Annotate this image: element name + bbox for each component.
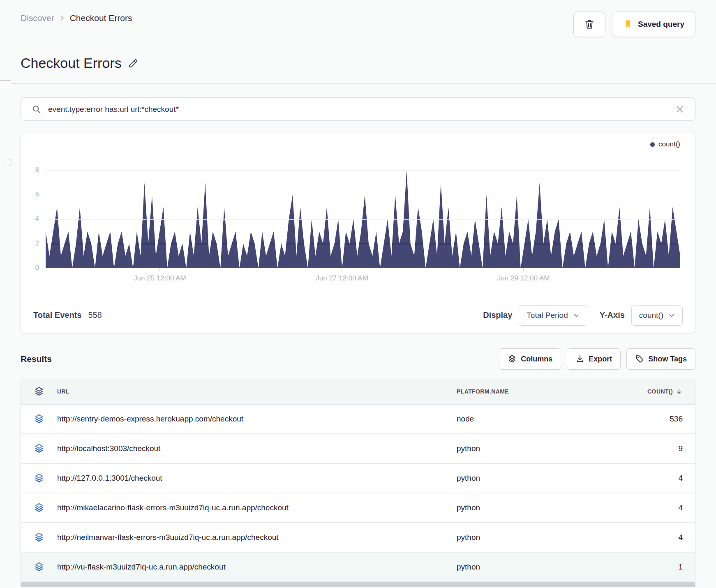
x-axis-tick-label: Jun 25 12:00 AM [134,274,186,282]
columns-button[interactable]: Columns [499,348,561,370]
breadcrumb-discover[interactable]: Discover [21,13,54,23]
export-button[interactable]: Export [567,348,621,370]
y-axis-dropdown-value: count() [639,311,663,320]
y-axis-tick-label: 4 [35,215,39,223]
x-axis-tick-label: Jun 27 12:00 AM [316,274,368,282]
table-row: http://mikaelacarino-flask-errors-m3uuiz… [21,493,695,523]
event-stack-icon[interactable] [34,502,44,513]
area-series [46,150,680,268]
total-events-value: 558 [88,310,102,320]
cell-url: http://127.0.0.1:3001/checkout [57,474,457,483]
table-body: http://sentry-demos-express.herokuapp.co… [21,405,695,582]
column-header-count-label: COUNT() [647,388,673,395]
column-header-url[interactable]: URL [57,388,457,395]
cell-platform: python [457,533,605,542]
tick-mark [342,268,342,271]
table-row: http://sentry-demos-express.herokuapp.co… [21,405,695,434]
table-header-row: URL PLATFORM.NAME COUNT() [21,378,695,405]
column-header-platform[interactable]: PLATFORM.NAME [457,388,605,395]
cell-platform: python [457,444,605,453]
event-stack-icon[interactable] [34,562,44,572]
bookmark-icon [623,19,633,29]
delete-query-button[interactable] [573,12,605,37]
display-label: Display [483,310,512,320]
cell-count: 1 [678,563,695,572]
pencil-icon [127,58,139,69]
y-axis-tick-label: 0 [35,264,39,272]
cell-url: http://vu-flask-m3uuizd7iq-uc.a.run.app/… [57,563,457,572]
tag-icon [635,354,644,363]
chart-panel: count() 02468 Jun 25 12:00 AMJun 27 12:0… [21,132,695,333]
edit-title-button[interactable] [127,58,139,69]
event-stack-icon[interactable] [34,414,44,424]
legend-item-count[interactable]: count() [650,139,680,150]
x-axis-labels: Jun 25 12:00 AMJun 27 12:00 AMJun 29 12:… [46,268,680,289]
page-header: Discover Checkout Errors Saved query [21,0,695,37]
y-axis-tick-label: 2 [35,239,39,248]
stack-icon [508,354,517,363]
table-row: http://localhost:3003/checkout python 9 [21,434,695,464]
cell-url: http://sentry-demos-express.herokuapp.co… [57,414,457,424]
table-bottom-cutoff-band [21,582,695,587]
page-title: Checkout Errors [21,55,122,71]
search-bar: event.type:error has:url url:*checkout* [21,97,695,121]
y-axis-label: Y-Axis [600,310,625,320]
cell-url: http://neilmanvar-flask-errors-m3uuizd7i… [57,533,457,542]
columns-button-label: Columns [521,355,552,363]
saved-query-label: Saved query [638,20,684,29]
show-tags-button-label: Show Tags [648,355,687,363]
events-chart: 02468 [46,150,680,268]
cell-platform: node [457,414,605,424]
legend-label: count() [658,140,680,148]
export-button-label: Export [589,355,612,363]
legend-dot [650,142,655,147]
cell-count: 4 [678,503,695,512]
display-dropdown[interactable]: Total Period [519,305,587,326]
trash-icon [584,19,595,30]
results-table: URL PLATFORM.NAME COUNT() http://sentry-… [21,378,695,587]
x-axis-tick-label: Jun 29 12:00 AM [497,274,550,282]
chevron-down-icon [668,312,675,319]
table-row: http://vu-flask-m3uuizd7iq-uc.a.run.app/… [21,553,695,582]
tick-mark [159,268,160,271]
clear-search-icon[interactable] [675,105,684,114]
chevron-down-icon [573,312,580,319]
cell-platform: python [457,563,605,572]
cell-count: 4 [678,533,695,542]
cell-url: http://localhost:3003/checkout [57,444,457,453]
gridline [46,195,680,195]
cell-platform: python [457,474,605,483]
chart-footer: Total Events 558 Display Total Period Y-… [21,297,695,333]
breadcrumb: Discover Checkout Errors [21,12,132,23]
download-icon [575,354,584,363]
sort-descending-icon [675,388,683,395]
show-tags-button[interactable]: Show Tags [626,348,695,370]
gridline [46,170,680,171]
event-stack-icon[interactable] [34,532,44,543]
search-icon [32,104,42,114]
y-axis-tick-label: 8 [35,166,39,174]
cell-platform: python [457,503,605,512]
y-axis: 02468 [21,150,39,268]
event-stack-icon[interactable] [34,473,44,484]
cell-count: 4 [678,474,695,483]
y-axis-dropdown[interactable]: count() [631,305,683,326]
column-header-count[interactable]: COUNT() [647,388,695,395]
stack-icon [34,386,44,397]
cell-count: 9 [678,444,695,453]
tick-mark [523,268,524,271]
cell-url: http://mikaelacarino-flask-errors-m3uuiz… [57,503,457,512]
event-stack-icon[interactable] [34,443,44,454]
search-input[interactable]: event.type:error has:url url:*checkout* [48,105,669,114]
x-axis-tick: Jun 27 12:00 AM [316,268,368,282]
table-row: http://127.0.0.1:3001/checkout python 4 [21,464,695,493]
chevron-right-icon [58,14,66,22]
x-axis-tick: Jun 29 12:00 AM [497,268,550,282]
saved-query-button[interactable]: Saved query [612,12,695,37]
breadcrumb-current: Checkout Errors [70,13,132,23]
display-dropdown-value: Total Period [527,311,568,320]
x-axis-tick: Jun 25 12:00 AM [134,268,186,282]
gridline [46,219,680,220]
total-events-label: Total Events [33,310,81,320]
results-heading: Results [21,354,52,364]
